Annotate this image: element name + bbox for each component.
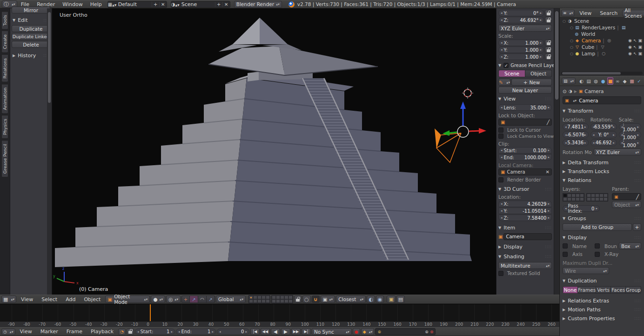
play-reverse-button[interactable]: ◀ <box>271 328 280 335</box>
scale-z-field[interactable]: ◂Z:1.000▸ <box>498 54 544 60</box>
view-panel-header[interactable]: ▼View:::: <box>498 96 552 102</box>
renderability-camera-icon[interactable]: ▣ <box>638 45 642 49</box>
timeline-ruler[interactable]: -90-80-70-60-50-40-30-20-100102030405060… <box>0 321 559 327</box>
tab-world[interactable]: ● <box>600 77 606 85</box>
preview-range-button[interactable]: ◔ <box>118 329 126 335</box>
custom-properties-panel-header[interactable]: ▶Custom Properties:::: <box>563 314 641 323</box>
dup-verts-button[interactable]: Verts <box>596 286 611 294</box>
layers-grid-b[interactable] <box>271 295 293 303</box>
edit-panel-header[interactable]: ▼ Edit:::: <box>13 17 50 23</box>
tab-tools[interactable]: Tools <box>1 11 8 29</box>
rot-z-field[interactable]: ◂46.692▸ <box>590 139 617 146</box>
duplication-panel-header[interactable]: ▼Duplication:::: <box>563 275 641 286</box>
tab-constraints[interactable]: ∞ <box>614 77 620 85</box>
history-panel-header[interactable]: ▶ History:::: <box>13 53 50 59</box>
selectability-arrow-icon[interactable]: ↖ <box>633 38 637 43</box>
dup-frames-button[interactable]: Frames <box>578 286 596 294</box>
outliner-horizontal-scrollbar[interactable] <box>561 72 643 75</box>
layers-grid-a[interactable] <box>248 295 270 303</box>
layout-close-icon[interactable]: ✕ <box>159 2 167 7</box>
tl-menu-view[interactable]: View <box>16 329 36 335</box>
frame-end-field[interactable]: ◂End:1▸ <box>176 329 216 335</box>
display-bounds-checkbox[interactable] <box>595 243 600 249</box>
rotation-mode-dropdown[interactable]: XYZ Euler▲▼ <box>594 148 641 155</box>
vp-menu-object[interactable]: Object <box>80 296 104 302</box>
dup-faces-button[interactable]: Faces <box>611 286 626 294</box>
cursor-panel-header[interactable]: ▼3D Cursor:::: <box>498 186 552 192</box>
tab-create[interactable]: Create <box>1 31 8 53</box>
orientation-dropdown[interactable]: Global▲▼ <box>216 296 246 303</box>
rotation-y-lock-icon[interactable] <box>545 10 552 16</box>
scene-name[interactable]: Scene <box>179 1 215 7</box>
textured-solid-checkbox[interactable] <box>498 271 503 276</box>
tab-texture[interactable]: ▩ <box>629 77 635 85</box>
lock-to-object-field[interactable]: ▣╱ <box>498 119 552 126</box>
scale-y-field[interactable]: ◂Y:1.000▸ <box>498 47 544 53</box>
prev-keyframe-button[interactable]: ◀◀ <box>261 328 270 335</box>
outliner-menu-view[interactable]: View <box>576 10 595 16</box>
lock-camera-checkbox[interactable] <box>498 134 503 139</box>
selectability-arrow-icon[interactable]: ↖ <box>633 45 637 49</box>
relations-layers-grid-b[interactable] <box>586 193 608 202</box>
scale-z-lock-icon[interactable] <box>545 54 552 60</box>
eyedropper-icon[interactable]: ╱ <box>547 120 550 125</box>
timeline-editor[interactable]: -90-80-70-60-50-40-30-20-100102030405060… <box>0 304 559 327</box>
viewport-editor-type-button[interactable]: ▦▲▼ <box>1 296 16 303</box>
outliner-row-scene[interactable]: ○ ◑ Scene <box>560 18 644 24</box>
manipulator-axes-icon[interactable]: + <box>181 296 190 303</box>
loc-y-field[interactable]: ◂-6.5076▸ <box>563 131 589 138</box>
rotation-order-dropdown[interactable]: XYZ Euler▲▼ <box>498 25 552 32</box>
tl-menu-marker[interactable]: Marker <box>37 329 62 335</box>
dup-group-button[interactable]: Group <box>626 286 641 294</box>
clip-end-field[interactable]: ◂End:1000.000▸ <box>498 154 552 161</box>
active-keying-set-field[interactable]: ⊕ ⊕ ⊗ <box>375 328 436 335</box>
clip-start-field[interactable]: ◂Start:0.100▸ <box>498 147 552 154</box>
rot-x-field[interactable]: ◂63.559°▸ <box>590 123 617 130</box>
eyedropper-icon[interactable]: ╱ <box>636 194 639 200</box>
vp-menu-select[interactable]: Select <box>38 296 61 302</box>
snap-target-dropdown[interactable]: Closest▲▼ <box>336 296 366 303</box>
tab-scene[interactable]: ◍ <box>593 77 599 85</box>
scene-add-button[interactable]: + <box>215 2 222 7</box>
tab-render-layers[interactable]: ▤ <box>586 77 592 85</box>
render-engine-dropdown[interactable]: Blender Render▲▼ <box>234 1 282 8</box>
parent-type-dropdown[interactable]: Object▲▼ <box>612 201 641 208</box>
snap-element-dropdown[interactable]: ▣▲▼ <box>321 296 335 303</box>
pass-index-field[interactable]: ◂Pass Index:0▸ <box>563 205 600 212</box>
renderability-camera-icon[interactable]: ▣ <box>638 51 642 56</box>
grease-pencil-panel-header[interactable]: ▼✓ Grease Pencil Layer <box>498 63 552 68</box>
rotation-y-field[interactable]: ◂Y:0°▸ <box>498 10 544 16</box>
bounds-type-dropdown[interactable]: Box▲▼ <box>619 242 641 249</box>
visibility-eye-icon[interactable]: ◉ <box>628 45 632 49</box>
viewport-3d-canvas[interactable]: x y z User Ortho (0) Camera <box>52 8 496 295</box>
layout-add-button[interactable]: + <box>152 2 159 7</box>
tl-menu-frame[interactable]: Frame <box>63 329 86 335</box>
vp-menu-add[interactable]: Add <box>62 296 79 302</box>
scale-x-lock-icon[interactable] <box>545 40 552 46</box>
parent-field[interactable]: ▣╱ <box>612 193 641 200</box>
scale-x-field[interactable]: ◂X:1.000▸ <box>498 40 544 46</box>
tab-physics[interactable]: ✓ <box>636 77 642 85</box>
gp-new-button[interactable]: +New <box>511 79 552 86</box>
add-group-plus-button[interactable]: + <box>633 223 641 231</box>
outliner-filter-dropdown[interactable]: All Scenes▲▼ <box>622 10 644 16</box>
outliner-editor-type-button[interactable]: ≡▲▼ <box>561 10 575 16</box>
relations-extras-panel-header[interactable]: ▶Relations Extras:::: <box>563 296 641 305</box>
clear-icon[interactable]: ✕ <box>546 169 550 175</box>
n-panel-scrollbar[interactable] <box>554 8 559 295</box>
outliner-row-cube[interactable]: ○ ▽ Cube |▽ ◉ ↖ ▣ <box>560 44 644 50</box>
timeline-editor-type-button[interactable]: ◷▲▼ <box>1 329 15 335</box>
current-frame-marker[interactable] <box>150 304 151 322</box>
mirror-button[interactable]: Mirror <box>12 7 50 13</box>
display-panel-header[interactable]: ▼Display:::: <box>563 232 641 242</box>
lock-time-button[interactable] <box>127 329 134 335</box>
outliner-menu-search[interactable]: Search <box>596 10 621 16</box>
snap-align-button[interactable]: ◉ <box>376 296 384 303</box>
sync-dropdown[interactable]: No Sync▲▼ <box>312 328 352 335</box>
current-frame-field[interactable]: ◂0▸ <box>217 329 249 335</box>
loc-x-field[interactable]: ◂7.4811▸ <box>563 123 589 130</box>
tab-grease-pencil[interactable]: Grease Pencil <box>1 140 8 177</box>
groups-panel-header[interactable]: ▼Groups:::: <box>563 214 641 223</box>
display-xray-checkbox[interactable] <box>595 252 600 257</box>
tab-physics[interactable]: Physics <box>1 115 8 139</box>
